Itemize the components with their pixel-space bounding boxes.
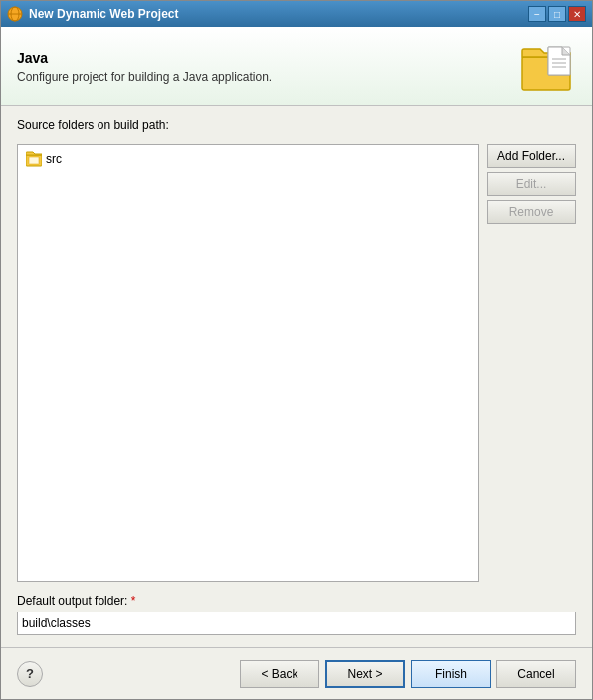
header-text: Java Configure project for building a Ja… xyxy=(17,50,520,84)
output-folder-input[interactable] xyxy=(17,612,576,635)
edit-button[interactable]: Edit... xyxy=(487,172,576,196)
svg-rect-9 xyxy=(29,157,39,164)
window-title: New Dynamic Web Project xyxy=(29,7,179,21)
output-folder-label: Default output folder: * xyxy=(17,594,576,608)
required-marker: * xyxy=(131,594,136,608)
footer-buttons: < Back Next > Finish Cancel xyxy=(240,660,576,688)
titlebar-left: New Dynamic Web Project xyxy=(7,6,179,22)
header-icon xyxy=(520,39,576,94)
window: New Dynamic Web Project − □ ✕ Java Confi… xyxy=(0,0,593,700)
titlebar-controls: − □ ✕ xyxy=(528,6,586,22)
list-item[interactable]: src xyxy=(22,149,474,169)
folder-list-area: src Add Folder... Edit... Remove xyxy=(17,144,576,582)
list-buttons: Add Folder... Edit... Remove xyxy=(487,144,576,582)
source-folder-list[interactable]: src xyxy=(17,144,479,582)
minimize-button[interactable]: − xyxy=(528,6,546,22)
content: Source folders on build path: src Add Fo… xyxy=(1,106,592,647)
add-folder-button[interactable]: Add Folder... xyxy=(487,144,576,168)
app-icon xyxy=(7,6,23,22)
src-label: src xyxy=(46,152,62,166)
titlebar: New Dynamic Web Project − □ ✕ xyxy=(1,1,592,27)
header-section: Java Configure project for building a Ja… xyxy=(1,27,592,106)
finish-button[interactable]: Finish xyxy=(411,660,491,688)
footer: ? < Back Next > Finish Cancel xyxy=(1,647,592,699)
cancel-button[interactable]: Cancel xyxy=(496,660,576,688)
output-section: Default output folder: * xyxy=(17,594,576,635)
header-subtitle: Configure project for building a Java ap… xyxy=(17,70,520,84)
source-folders-label: Source folders on build path: xyxy=(17,118,576,132)
remove-button[interactable]: Remove xyxy=(487,200,576,224)
src-icon xyxy=(26,151,42,167)
header-title: Java xyxy=(17,50,520,66)
footer-left: ? xyxy=(17,661,43,687)
back-button[interactable]: < Back xyxy=(240,660,319,688)
next-button[interactable]: Next > xyxy=(325,660,405,688)
help-button[interactable]: ? xyxy=(17,661,43,687)
maximize-button[interactable]: □ xyxy=(548,6,566,22)
close-button[interactable]: ✕ xyxy=(568,6,586,22)
